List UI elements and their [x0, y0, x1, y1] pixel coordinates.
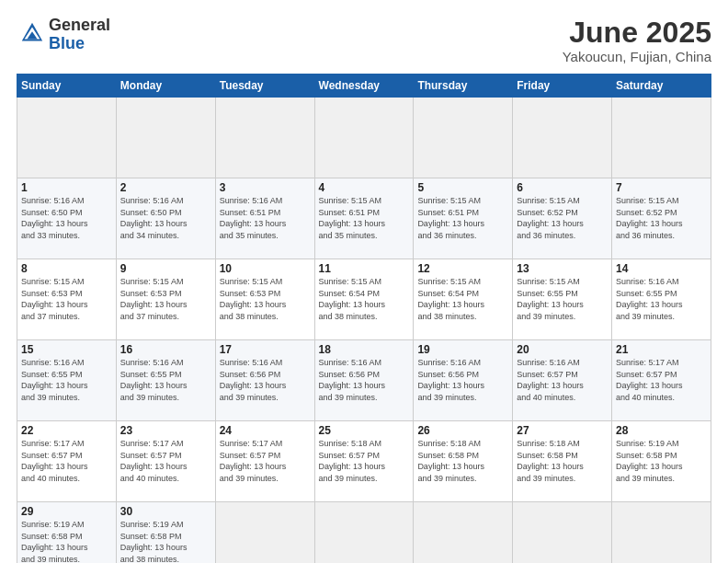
day-info: Sunrise: 5:15 AM Sunset: 6:51 PM Dayligh… — [319, 195, 410, 241]
day-info: Sunrise: 5:15 AM Sunset: 6:52 PM Dayligh… — [517, 195, 608, 241]
calendar-subtitle: Yakoucun, Fujian, China — [563, 49, 711, 64]
calendar-cell: 13Sunrise: 5:15 AM Sunset: 6:55 PM Dayli… — [513, 259, 612, 340]
title-block: June 2025 Yakoucun, Fujian, China — [563, 17, 711, 64]
day-info: Sunrise: 5:17 AM Sunset: 6:57 PM Dayligh… — [21, 438, 112, 484]
day-info: Sunrise: 5:17 AM Sunset: 6:57 PM Dayligh… — [220, 438, 311, 484]
calendar-cell: 1Sunrise: 5:16 AM Sunset: 6:50 PM Daylig… — [17, 178, 117, 259]
logo: General Blue — [17, 17, 110, 53]
calendar-cell: 30Sunrise: 5:19 AM Sunset: 6:58 PM Dayli… — [116, 502, 215, 563]
calendar-week-row: 1Sunrise: 5:16 AM Sunset: 6:50 PM Daylig… — [17, 178, 711, 259]
day-number: 14 — [616, 262, 707, 275]
calendar-cell: 26Sunrise: 5:18 AM Sunset: 6:58 PM Dayli… — [414, 421, 513, 502]
calendar-cell: 11Sunrise: 5:15 AM Sunset: 6:54 PM Dayli… — [314, 259, 414, 340]
day-info: Sunrise: 5:15 AM Sunset: 6:53 PM Dayligh… — [120, 276, 211, 322]
day-number: 9 — [120, 262, 211, 275]
column-header-friday: Friday — [513, 75, 612, 98]
calendar-week-row — [17, 98, 711, 178]
calendar-cell — [314, 502, 414, 563]
day-info: Sunrise: 5:16 AM Sunset: 6:55 PM Dayligh… — [120, 357, 211, 403]
calendar-cell: 10Sunrise: 5:15 AM Sunset: 6:53 PM Dayli… — [215, 259, 314, 340]
calendar-cell — [414, 502, 513, 563]
day-number: 2 — [120, 181, 211, 194]
day-info: Sunrise: 5:15 AM Sunset: 6:53 PM Dayligh… — [21, 276, 112, 322]
calendar-cell — [612, 98, 711, 178]
day-info: Sunrise: 5:16 AM Sunset: 6:50 PM Dayligh… — [120, 195, 211, 241]
logo-icon — [19, 20, 45, 46]
calendar-cell — [215, 98, 314, 178]
day-info: Sunrise: 5:17 AM Sunset: 6:57 PM Dayligh… — [120, 438, 211, 484]
day-number: 30 — [120, 505, 211, 518]
calendar-cell: 12Sunrise: 5:15 AM Sunset: 6:54 PM Dayli… — [414, 259, 513, 340]
calendar-cell: 4Sunrise: 5:15 AM Sunset: 6:51 PM Daylig… — [314, 178, 414, 259]
column-header-wednesday: Wednesday — [314, 75, 414, 98]
calendar-cell: 18Sunrise: 5:16 AM Sunset: 6:56 PM Dayli… — [314, 340, 414, 421]
day-number: 21 — [616, 343, 707, 356]
day-number: 20 — [517, 343, 608, 356]
day-number: 17 — [220, 343, 311, 356]
calendar-cell: 17Sunrise: 5:16 AM Sunset: 6:56 PM Dayli… — [215, 340, 314, 421]
calendar-cell: 20Sunrise: 5:16 AM Sunset: 6:57 PM Dayli… — [513, 340, 612, 421]
day-info: Sunrise: 5:16 AM Sunset: 6:55 PM Dayligh… — [21, 357, 112, 403]
calendar-cell: 15Sunrise: 5:16 AM Sunset: 6:55 PM Dayli… — [17, 340, 117, 421]
day-number: 19 — [417, 343, 508, 356]
day-number: 26 — [417, 424, 508, 437]
calendar-cell: 29Sunrise: 5:19 AM Sunset: 6:58 PM Dayli… — [17, 502, 117, 563]
day-info: Sunrise: 5:17 AM Sunset: 6:57 PM Dayligh… — [616, 357, 707, 403]
day-info: Sunrise: 5:19 AM Sunset: 6:58 PM Dayligh… — [21, 519, 112, 563]
day-info: Sunrise: 5:18 AM Sunset: 6:58 PM Dayligh… — [517, 438, 608, 484]
day-info: Sunrise: 5:15 AM Sunset: 6:54 PM Dayligh… — [319, 276, 410, 322]
day-number: 24 — [220, 424, 311, 437]
day-number: 22 — [21, 424, 112, 437]
calendar-cell: 24Sunrise: 5:17 AM Sunset: 6:57 PM Dayli… — [215, 421, 314, 502]
calendar-week-row: 22Sunrise: 5:17 AM Sunset: 6:57 PM Dayli… — [17, 421, 711, 502]
calendar-cell: 6Sunrise: 5:15 AM Sunset: 6:52 PM Daylig… — [513, 178, 612, 259]
calendar-cell: 16Sunrise: 5:16 AM Sunset: 6:55 PM Dayli… — [116, 340, 215, 421]
day-info: Sunrise: 5:19 AM Sunset: 6:58 PM Dayligh… — [616, 438, 707, 484]
calendar-cell — [314, 98, 414, 178]
day-info: Sunrise: 5:15 AM Sunset: 6:55 PM Dayligh… — [517, 276, 608, 322]
day-number: 12 — [417, 262, 508, 275]
logo-text: General Blue — [49, 17, 110, 53]
day-number: 27 — [517, 424, 608, 437]
day-number: 18 — [319, 343, 410, 356]
calendar-cell: 8Sunrise: 5:15 AM Sunset: 6:53 PM Daylig… — [17, 259, 117, 340]
day-info: Sunrise: 5:15 AM Sunset: 6:53 PM Dayligh… — [220, 276, 311, 322]
day-number: 4 — [319, 181, 410, 194]
day-number: 10 — [220, 262, 311, 275]
calendar-cell — [612, 502, 711, 563]
calendar-title: June 2025 — [563, 17, 711, 49]
day-info: Sunrise: 5:16 AM Sunset: 6:56 PM Dayligh… — [220, 357, 311, 403]
column-header-thursday: Thursday — [414, 75, 513, 98]
calendar-cell: 7Sunrise: 5:15 AM Sunset: 6:52 PM Daylig… — [612, 178, 711, 259]
calendar-cell: 5Sunrise: 5:15 AM Sunset: 6:51 PM Daylig… — [414, 178, 513, 259]
calendar-cell: 27Sunrise: 5:18 AM Sunset: 6:58 PM Dayli… — [513, 421, 612, 502]
day-info: Sunrise: 5:18 AM Sunset: 6:57 PM Dayligh… — [319, 438, 410, 484]
header: General Blue June 2025 Yakoucun, Fujian,… — [17, 17, 711, 64]
day-info: Sunrise: 5:16 AM Sunset: 6:50 PM Dayligh… — [21, 195, 112, 241]
page: General Blue June 2025 Yakoucun, Fujian,… — [0, 0, 728, 563]
calendar-cell — [116, 98, 215, 178]
day-number: 5 — [417, 181, 508, 194]
calendar-cell — [513, 502, 612, 563]
calendar-week-row: 15Sunrise: 5:16 AM Sunset: 6:55 PM Dayli… — [17, 340, 711, 421]
day-info: Sunrise: 5:15 AM Sunset: 6:51 PM Dayligh… — [417, 195, 508, 241]
day-number: 29 — [21, 505, 112, 518]
calendar-cell — [513, 98, 612, 178]
logo-blue: Blue — [49, 34, 85, 52]
day-info: Sunrise: 5:16 AM Sunset: 6:56 PM Dayligh… — [417, 357, 508, 403]
calendar-cell: 14Sunrise: 5:16 AM Sunset: 6:55 PM Dayli… — [612, 259, 711, 340]
day-number: 6 — [517, 181, 608, 194]
calendar-cell: 23Sunrise: 5:17 AM Sunset: 6:57 PM Dayli… — [116, 421, 215, 502]
calendar-cell: 25Sunrise: 5:18 AM Sunset: 6:57 PM Dayli… — [314, 421, 414, 502]
calendar-header-row: SundayMondayTuesdayWednesdayThursdayFrid… — [17, 75, 711, 98]
day-info: Sunrise: 5:18 AM Sunset: 6:58 PM Dayligh… — [417, 438, 508, 484]
calendar-cell: 2Sunrise: 5:16 AM Sunset: 6:50 PM Daylig… — [116, 178, 215, 259]
day-number: 15 — [21, 343, 112, 356]
day-number: 8 — [21, 262, 112, 275]
column-header-saturday: Saturday — [612, 75, 711, 98]
calendar-cell — [17, 98, 117, 178]
day-info: Sunrise: 5:15 AM Sunset: 6:54 PM Dayligh… — [417, 276, 508, 322]
day-info: Sunrise: 5:19 AM Sunset: 6:58 PM Dayligh… — [120, 519, 211, 563]
column-header-tuesday: Tuesday — [215, 75, 314, 98]
day-number: 3 — [220, 181, 311, 194]
